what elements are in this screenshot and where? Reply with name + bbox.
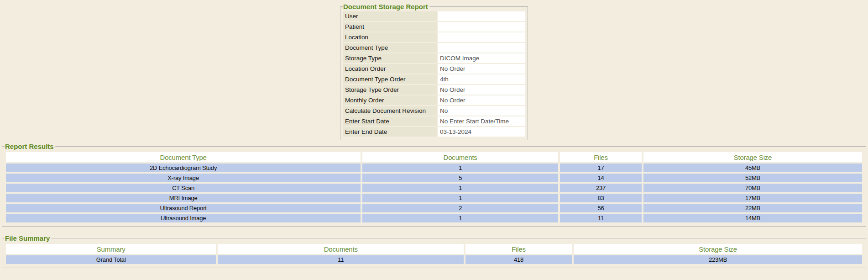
storage-size-cell: 70MB bbox=[643, 184, 862, 192]
document-type-cell: 2D Echocardiogram Study bbox=[6, 164, 361, 172]
field-label: Storage Type bbox=[343, 53, 437, 63]
header-row: Document Type Documents Files Storage Si… bbox=[6, 152, 862, 162]
column-header-documents: Documents bbox=[218, 244, 464, 254]
field-label: User bbox=[343, 11, 437, 21]
field-label: Enter Start Date bbox=[343, 116, 437, 126]
file-summary-title: File Summary bbox=[5, 234, 51, 242]
form-title: Document Storage Report bbox=[343, 3, 429, 11]
document-type-cell: Ultrasound Report bbox=[6, 204, 361, 212]
table-row: 2D Echocardiogram Study 1 17 45MB bbox=[6, 164, 862, 172]
summary-cell: Grand Total bbox=[6, 255, 216, 264]
form-row: Calculate Document Revision No bbox=[343, 106, 525, 116]
field-label: Monthly Order bbox=[343, 95, 437, 105]
column-header-files: Files bbox=[560, 152, 642, 162]
field-label: Storage Type Order bbox=[343, 85, 437, 95]
documents-cell: 1 bbox=[362, 184, 558, 192]
field-label: Patient bbox=[343, 22, 437, 32]
form-row: Storage Type DICOM Image bbox=[343, 53, 525, 63]
table-row: Ultrasound Image 1 11 14MB bbox=[6, 214, 862, 222]
table-row: X-ray Image 5 14 52MB bbox=[6, 174, 862, 182]
enter-start-date-field[interactable]: No Enter Start Date/Time bbox=[438, 116, 525, 126]
field-label: Location bbox=[343, 32, 437, 42]
documents-cell: 5 bbox=[362, 174, 558, 182]
table-row: MRI Image 1 83 17MB bbox=[6, 194, 862, 202]
files-cell: 11 bbox=[560, 214, 642, 222]
location-field[interactable] bbox=[438, 32, 525, 42]
form-fields-table: User Patient Location Document Type Stor… bbox=[342, 11, 526, 137]
documents-cell: 1 bbox=[362, 214, 558, 222]
storage-size-cell: 17MB bbox=[643, 194, 862, 202]
document-type-order-field[interactable]: 4th bbox=[438, 74, 525, 84]
files-cell: 418 bbox=[465, 255, 572, 264]
column-header-storage-size: Storage Size bbox=[574, 244, 862, 254]
documents-cell: 1 bbox=[362, 164, 558, 172]
location-order-field[interactable]: No Order bbox=[438, 64, 525, 74]
file-summary-section: File Summary Summary Documents Files Sto… bbox=[2, 234, 866, 268]
field-label: Document Type bbox=[343, 43, 437, 53]
form-row: Monthly Order No Order bbox=[343, 95, 525, 105]
document-type-cell: Ultrasound Image bbox=[6, 214, 361, 222]
form-row: Storage Type Order No Order bbox=[343, 85, 525, 95]
files-cell: 14 bbox=[560, 174, 642, 182]
document-type-cell: CT Scan bbox=[6, 184, 361, 192]
documents-cell: 1 bbox=[362, 194, 558, 202]
storage-size-cell: 52MB bbox=[643, 174, 862, 182]
user-field[interactable] bbox=[438, 11, 525, 21]
patient-field[interactable] bbox=[438, 22, 525, 32]
report-results-title: Report Results bbox=[5, 143, 55, 150]
column-header-summary: Summary bbox=[6, 244, 216, 254]
column-header-documents: Documents bbox=[362, 152, 558, 162]
documents-cell: 11 bbox=[218, 255, 464, 264]
document-storage-report-form: Document Storage Report User Patient Loc… bbox=[340, 3, 528, 140]
form-row: Enter End Date 03-13-2024 bbox=[343, 127, 525, 137]
field-label: Calculate Document Revision bbox=[343, 106, 437, 116]
field-label: Enter End Date bbox=[343, 127, 437, 137]
storage-type-order-field[interactable]: No Order bbox=[438, 85, 525, 95]
form-row: Location Order No Order bbox=[343, 64, 525, 74]
column-header-storage-size: Storage Size bbox=[643, 152, 862, 162]
form-row: Document Type Order 4th bbox=[343, 74, 525, 84]
column-header-files: Files bbox=[465, 244, 572, 254]
files-cell: 17 bbox=[560, 164, 642, 172]
storage-size-cell: 223MB bbox=[574, 255, 862, 264]
table-row: Ultrasound Report 2 56 22MB bbox=[6, 204, 862, 212]
document-type-cell: X-ray Image bbox=[6, 174, 361, 182]
storage-size-cell: 45MB bbox=[643, 164, 862, 172]
calculate-document-revision-field[interactable]: No bbox=[438, 106, 525, 116]
form-row: Location bbox=[343, 32, 525, 42]
files-cell: 237 bbox=[560, 184, 642, 192]
table-row: CT Scan 1 237 70MB bbox=[6, 184, 862, 192]
form-row: User bbox=[343, 11, 525, 21]
report-results-section: Report Results Document Type Documents F… bbox=[2, 143, 866, 227]
file-summary-table: Summary Documents Files Storage Size Gra… bbox=[4, 243, 864, 265]
document-type-cell: MRI Image bbox=[6, 194, 361, 202]
column-header-document-type: Document Type bbox=[6, 152, 361, 162]
field-label: Document Type Order bbox=[343, 74, 437, 84]
files-cell: 83 bbox=[560, 194, 642, 202]
header-row: Summary Documents Files Storage Size bbox=[6, 244, 862, 254]
form-row: Patient bbox=[343, 22, 525, 32]
storage-size-cell: 22MB bbox=[643, 204, 862, 212]
document-storage-report-page: Document Storage Report User Patient Loc… bbox=[0, 0, 868, 280]
form-row: Enter Start Date No Enter Start Date/Tim… bbox=[343, 116, 525, 126]
table-row: Grand Total 11 418 223MB bbox=[6, 255, 862, 264]
enter-end-date-field[interactable]: 03-13-2024 bbox=[438, 127, 525, 137]
storage-type-field[interactable]: DICOM Image bbox=[438, 53, 525, 63]
storage-size-cell: 14MB bbox=[643, 214, 862, 222]
documents-cell: 2 bbox=[362, 204, 558, 212]
report-results-table: Document Type Documents Files Storage Si… bbox=[4, 151, 864, 224]
form-row: Document Type bbox=[343, 43, 525, 53]
document-type-field[interactable] bbox=[438, 43, 525, 53]
field-label: Location Order bbox=[343, 64, 437, 74]
files-cell: 56 bbox=[560, 204, 642, 212]
monthly-order-field[interactable]: No Order bbox=[438, 95, 525, 105]
